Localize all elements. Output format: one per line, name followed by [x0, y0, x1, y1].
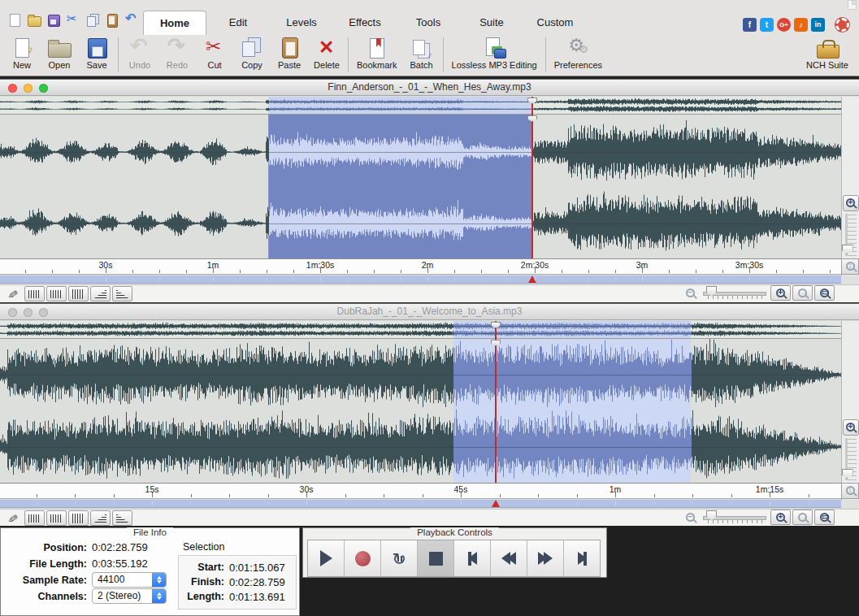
- fade-out-button[interactable]: [112, 286, 132, 301]
- zoom-to-selection-button[interactable]: →: [792, 285, 813, 301]
- undo-button[interactable]: Undo: [121, 36, 158, 70]
- waveform-split-channels-button[interactable]: [68, 286, 89, 301]
- twitter-icon[interactable]: t: [760, 18, 774, 32]
- draw-tool-button[interactable]: [2, 510, 23, 526]
- zoom-out-button[interactable]: −: [680, 285, 701, 301]
- quick-save-icon[interactable]: [46, 13, 60, 27]
- zoom-full-button[interactable]: ▭: [814, 285, 835, 301]
- skip-to-end-button[interactable]: [564, 540, 600, 576]
- vertical-zoom-slider[interactable]: [845, 438, 857, 480]
- skip-to-start-button[interactable]: [454, 540, 490, 576]
- stop-button[interactable]: [418, 540, 453, 576]
- file-length-label: File Length:: [1, 558, 92, 570]
- fade-in-button[interactable]: [90, 510, 111, 526]
- waveform-stereo-button[interactable]: [46, 510, 67, 526]
- zoom-window-button[interactable]: [39, 84, 48, 93]
- fast-forward-button[interactable]: [527, 540, 563, 576]
- waveform-amplitude-button[interactable]: [24, 286, 45, 301]
- delete-button[interactable]: Delete: [308, 36, 345, 70]
- strip-tick: [293, 277, 294, 281]
- cut-button[interactable]: Cut: [196, 36, 233, 70]
- main-waveform[interactable]: [0, 339, 841, 483]
- draw-tool-button[interactable]: [2, 286, 23, 301]
- zoom-slider[interactable]: [703, 512, 766, 523]
- copy-button[interactable]: Copy: [233, 36, 271, 70]
- quick-open-icon[interactable]: [27, 13, 41, 27]
- vertical-zoom-thumb[interactable]: [842, 469, 853, 479]
- bookmark-button[interactable]: Bookmark: [351, 36, 403, 70]
- sample-rate-select[interactable]: 44100: [92, 572, 167, 588]
- overview-waveform[interactable]: [0, 97, 841, 115]
- rewind-button[interactable]: [491, 540, 527, 576]
- quick-undo-icon[interactable]: [124, 13, 138, 27]
- vertical-zoom-slider[interactable]: [845, 214, 857, 256]
- tab-custom[interactable]: Custom: [523, 11, 587, 35]
- vertical-zoom-in-button[interactable]: +: [843, 195, 859, 211]
- window-titlebar[interactable]: Finn_Anderson_-_01_-_When_Hes_Away.mp3: [0, 80, 859, 96]
- zoom-slider-thumb[interactable]: [706, 286, 717, 297]
- fade-in-button[interactable]: [90, 286, 111, 301]
- close-button[interactable]: [8, 308, 17, 317]
- waveform-amplitude-button[interactable]: [24, 510, 45, 526]
- google-plus-icon[interactable]: G+: [777, 18, 791, 32]
- vertical-zoom-in-button[interactable]: +: [843, 419, 859, 436]
- zoom-full-button[interactable]: ▭: [814, 510, 835, 525]
- quick-copy-icon[interactable]: [85, 13, 99, 27]
- strip-tick: [809, 501, 809, 505]
- linkedin-icon[interactable]: in: [811, 18, 825, 32]
- zoom-in-button[interactable]: +: [770, 285, 791, 301]
- tab-tools[interactable]: Tools: [397, 11, 460, 35]
- zoom-window-button[interactable]: [39, 308, 48, 317]
- loop-button[interactable]: ↻: [381, 540, 417, 576]
- zoom-in-button[interactable]: +: [770, 510, 791, 525]
- vertical-fit-button[interactable]: ↕: [841, 258, 859, 275]
- tab-effects[interactable]: Effects: [333, 11, 397, 35]
- tab-levels[interactable]: Levels: [270, 11, 333, 35]
- tab-edit[interactable]: Edit: [206, 11, 270, 35]
- quick-cut-icon[interactable]: [66, 13, 80, 27]
- position-strip[interactable]: [0, 275, 841, 284]
- timeline-ruler[interactable]: 30s1m1m:30s2m2m:30s3m3m:30s: [0, 258, 841, 275]
- zoom-slider-thumb[interactable]: [706, 510, 717, 521]
- overview-waveform[interactable]: [0, 321, 841, 339]
- waveform-split-channels-button[interactable]: [68, 510, 89, 526]
- minimize-button[interactable]: [24, 84, 33, 93]
- nch-audio-icon[interactable]: ♪: [794, 18, 808, 32]
- vertical-zoom-thumb[interactable]: [842, 245, 853, 254]
- ruler-tick: [347, 270, 348, 273]
- strip-tick: [615, 501, 616, 505]
- facebook-icon[interactable]: f: [743, 18, 757, 32]
- quick-paste-icon[interactable]: [105, 13, 119, 27]
- zoom-out-button[interactable]: −: [680, 510, 701, 525]
- waveform-stereo-button[interactable]: [46, 286, 67, 301]
- paste-button[interactable]: Paste: [271, 36, 308, 70]
- stepper-icon[interactable]: [152, 573, 166, 587]
- save-button[interactable]: Save: [78, 36, 115, 70]
- open-button[interactable]: Open: [41, 36, 78, 70]
- vertical-fit-button[interactable]: ↕: [841, 483, 859, 499]
- zoom-to-selection-button[interactable]: →: [792, 510, 813, 525]
- new-button[interactable]: New: [3, 36, 41, 70]
- record-button[interactable]: [345, 540, 380, 576]
- timeline-ruler[interactable]: 15s30s45s1m1m:15s: [0, 483, 841, 499]
- tab-home[interactable]: Home: [143, 11, 206, 35]
- redo-button[interactable]: Redo: [158, 36, 196, 70]
- playhead-marker[interactable]: [492, 500, 500, 507]
- minimize-button[interactable]: [24, 308, 33, 317]
- tab-suite[interactable]: Suite: [460, 11, 523, 35]
- position-strip[interactable]: [0, 500, 841, 508]
- help-ring-icon[interactable]: [835, 18, 849, 32]
- play-button[interactable]: [308, 540, 344, 576]
- window-titlebar[interactable]: DubRaJah_-_01_-_Welcome_to_Asia.mp3: [0, 304, 859, 320]
- close-button[interactable]: [8, 84, 17, 93]
- preferences-button[interactable]: Preferences: [549, 36, 608, 70]
- fade-out-button[interactable]: [112, 510, 132, 526]
- lossless-mp3-editing-button[interactable]: Lossless MP3 Editing: [446, 36, 543, 70]
- quick-new-icon[interactable]: [7, 13, 21, 27]
- nch-suite-button[interactable]: NCH Suite: [800, 36, 854, 70]
- zoom-slider[interactable]: [703, 288, 766, 299]
- batch-button[interactable]: Batch: [403, 36, 440, 70]
- main-waveform[interactable]: [0, 115, 841, 258]
- stepper-icon[interactable]: [152, 589, 166, 603]
- channels-select[interactable]: 2 (Stereo): [92, 588, 167, 604]
